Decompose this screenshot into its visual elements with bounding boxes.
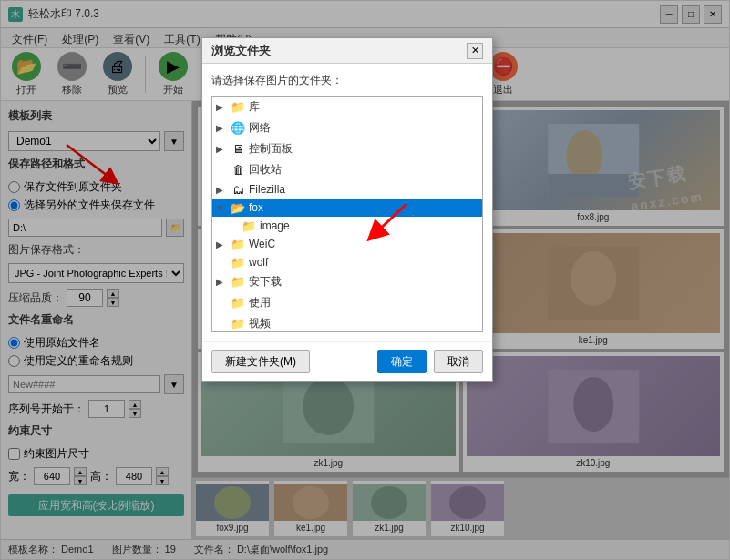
- cancel-button[interactable]: 取消: [434, 350, 483, 373]
- tree-arrow-weic: ▶: [216, 239, 227, 249]
- tree-label-anxz: 安下载: [249, 274, 282, 290]
- folder-icon-recycle: 🗑: [231, 164, 245, 177]
- folder-icon-control: 🖥: [231, 143, 245, 156]
- tree-label-weic: WeiC: [249, 238, 275, 250]
- tree-label-fox: fox: [249, 201, 263, 214]
- folder-icon-network: 🌐: [231, 122, 245, 135]
- dialog-action-buttons: 确定 取消: [377, 350, 483, 373]
- dialog-prompt: 请选择保存图片的文件夹：: [211, 73, 483, 88]
- folder-icon-wolf: 📁: [231, 256, 245, 269]
- folder-tree[interactable]: ▶ 📁 库 ▶ 🌐 网络 ▶ 🖥 控制面板: [211, 96, 483, 332]
- watermark-logo: 安下载anxz.com: [626, 160, 704, 216]
- folder-icon-fox: 📂: [231, 201, 245, 214]
- tree-label-recycle: 回收站: [249, 162, 282, 178]
- tree-item-image[interactable]: 📁 image: [212, 217, 482, 235]
- tree-item-use[interactable]: 📁 使用: [212, 292, 482, 313]
- dialog-title: 浏览文件夹: [211, 43, 271, 59]
- tree-arrow-network: ▶: [216, 123, 227, 133]
- tree-label-filezilla: Filezilla: [249, 183, 285, 196]
- tree-item-control[interactable]: ▶ 🖥 控制面板: [212, 138, 482, 159]
- tree-item-recycle[interactable]: 🗑 回收站: [212, 159, 482, 180]
- tree-item-weic[interactable]: ▶ 📁 WeiC: [212, 235, 482, 253]
- tree-label-control: 控制面板: [249, 141, 293, 157]
- new-folder-button[interactable]: 新建文件夹(M): [211, 350, 310, 373]
- tree-item-network[interactable]: ▶ 🌐 网络: [212, 117, 482, 138]
- dialog-title-bar: 浏览文件夹 ✕: [202, 38, 492, 64]
- tree-label-lib: 库: [249, 99, 260, 115]
- ok-button[interactable]: 确定: [377, 350, 427, 373]
- dialog-body: 请选择保存图片的文件夹： ▶ 📁 库 ▶ 🌐 网络: [202, 64, 492, 341]
- tree-label-image: image: [260, 219, 290, 232]
- dialog-close-button[interactable]: ✕: [467, 43, 483, 59]
- tree-item-anxz[interactable]: ▶ 📁 安下载: [212, 271, 482, 292]
- folder-icon-use: 📁: [231, 297, 245, 310]
- tree-label-network: 网络: [249, 120, 271, 136]
- browse-folder-dialog: 浏览文件夹 ✕ 请选择保存图片的文件夹： ▶ 📁 库 ▶ 🌐 网: [201, 37, 493, 382]
- tree-arrow-filezilla: ▶: [216, 185, 227, 195]
- tree-item-filezilla[interactable]: ▶ 🗂 Filezilla: [212, 180, 482, 199]
- dialog-footer: 新建文件夹(M) 确定 取消: [202, 341, 492, 381]
- tree-arrow-anxz: ▶: [216, 277, 227, 287]
- tree-arrow-lib: ▶: [216, 102, 227, 112]
- folder-icon-anxz: 📁: [231, 276, 245, 289]
- tree-label-wolf: wolf: [249, 256, 268, 269]
- tree-label-use: 使用: [249, 295, 271, 311]
- tree-item-fox[interactable]: ▼ 📂 fox: [212, 199, 482, 217]
- main-window: 水 轻松水印 7.0.3 ─ □ ✕ 文件(F) 处理(P) 查看(V) 工具(…: [0, 0, 730, 560]
- tree-item-lib[interactable]: ▶ 📁 库: [212, 97, 482, 117]
- folder-icon-filezilla: 🗂: [231, 183, 245, 196]
- tree-item-video[interactable]: 📁 视频: [212, 313, 482, 332]
- folder-icon-lib: 📁: [231, 101, 245, 114]
- dialog-overlay: 浏览文件夹 ✕ 请选择保存图片的文件夹： ▶ 📁 库 ▶ 🌐 网: [1, 1, 729, 559]
- tree-arrow-fox: ▼: [216, 203, 227, 213]
- folder-icon-weic: 📁: [231, 238, 245, 250]
- tree-item-wolf[interactable]: 📁 wolf: [212, 253, 482, 271]
- folder-icon-image: 📁: [242, 219, 256, 232]
- tree-label-video: 视频: [249, 316, 271, 331]
- folder-icon-video: 📁: [231, 318, 245, 331]
- tree-arrow-control: ▶: [216, 144, 227, 154]
